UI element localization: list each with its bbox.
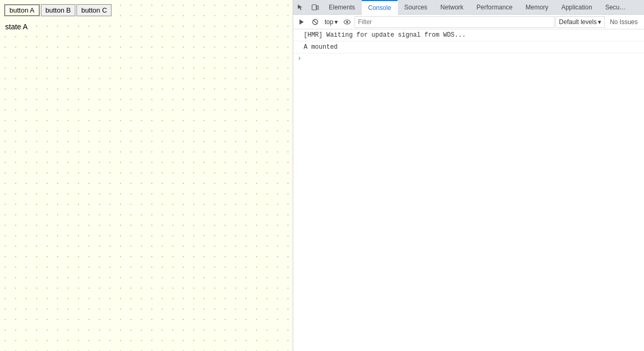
tab-sources[interactable]: Sources — [398, 0, 434, 15]
filter-input[interactable] — [354, 16, 554, 28]
state-display: state A — [5, 23, 288, 31]
button-row: button A button B button C — [4, 4, 288, 16]
device-icon[interactable] — [308, 0, 323, 15]
svg-point-6 — [346, 21, 348, 23]
tab-security[interactable]: Secu… — [599, 0, 632, 15]
no-issues-badge: No Issues — [606, 17, 642, 27]
console-line-hmr: [HMR] Waiting for update signal from WDS… — [293, 29, 644, 41]
svg-marker-2 — [299, 19, 304, 25]
tab-elements[interactable]: Elements — [323, 0, 362, 15]
svg-rect-1 — [317, 6, 318, 9]
prompt-arrow-icon: › — [297, 54, 302, 62]
svg-line-4 — [314, 20, 317, 24]
devtools-tab-bar: Elements Console Sources Network Perform… — [293, 0, 644, 15]
svg-rect-0 — [312, 5, 316, 10]
default-levels-label: Default levels — [559, 18, 597, 26]
tab-application[interactable]: Application — [555, 0, 599, 15]
console-toolbar: top ▾ Default levels ▾ No Issues — [293, 15, 644, 29]
play-icon[interactable] — [295, 16, 308, 28]
devtools-panel: Elements Console Sources Network Perform… — [293, 0, 644, 351]
context-label: top — [325, 18, 334, 26]
button-b[interactable]: button B — [41, 4, 75, 16]
eye-icon[interactable] — [341, 16, 353, 28]
console-output: [HMR] Waiting for update signal from WDS… — [293, 29, 644, 351]
tab-memory[interactable]: Memory — [519, 0, 555, 15]
app-panel: button A button B button C state A — [0, 0, 293, 351]
tab-performance[interactable]: Performance — [470, 0, 519, 15]
button-a[interactable]: button A — [4, 4, 40, 16]
context-dropdown-icon: ▾ — [335, 18, 338, 26]
context-selector[interactable]: top ▾ — [323, 17, 340, 27]
tab-network[interactable]: Network — [434, 0, 470, 15]
console-prompt[interactable]: › — [293, 53, 644, 63]
tab-console[interactable]: Console — [362, 0, 398, 15]
default-levels-arrow-icon: ▾ — [598, 18, 601, 26]
button-c[interactable]: button C — [76, 4, 112, 16]
inspect-icon[interactable] — [293, 0, 308, 15]
clear-console-icon[interactable] — [309, 16, 321, 28]
default-levels-button[interactable]: Default levels ▾ — [556, 16, 605, 28]
console-line-mounted: A mounted — [293, 41, 644, 53]
